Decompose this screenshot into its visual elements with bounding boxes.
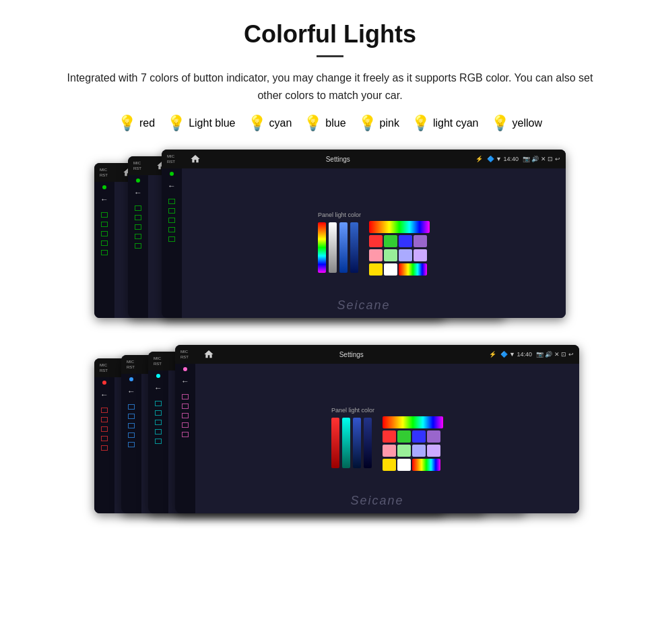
color-item-red: 💡 red: [118, 116, 155, 131]
panel-light-right: [369, 212, 430, 276]
bottom-units-section: MIC RST Settin... ←: [27, 345, 633, 527]
panel-light-title: Panel light color: [318, 212, 361, 218]
cell-white-b: [397, 459, 411, 471]
unit-header-3: MIC RST Settings ⚡ 🔷 ▼ 14:40 📷 🔊 ✕ ⊡ ↩: [162, 150, 566, 168]
color-grid-container: [369, 221, 430, 276]
cell-lavender: [414, 249, 427, 261]
time-display-3: 🔷 ▼ 14:40: [487, 156, 519, 162]
cell-light-green-b: [397, 445, 411, 457]
sidebar-icon-b3-3: [155, 420, 162, 425]
unit-sidebar-b4: ←: [175, 364, 195, 513]
cell-rainbow: [399, 263, 427, 276]
sidebar-icon-b1-2: [101, 417, 108, 422]
sidebar-icon-b1-3: [101, 426, 108, 432]
color-item-blue: 💡 blue: [304, 116, 345, 131]
color-options-row: 💡 red 💡 Light blue 💡 cyan 💡 blue 💡 pink …: [27, 116, 633, 131]
cell-green-b: [397, 430, 411, 443]
cell-rainbow-b: [412, 459, 440, 471]
sidebar-icon-3: [101, 231, 108, 236]
red-bulb-icon: 💡: [118, 116, 136, 131]
color-label-light-blue: Light blue: [189, 117, 235, 129]
dark-purple-bar-bottom: [353, 418, 361, 468]
sidebar-icon-3-4: [168, 227, 175, 232]
unit-sidebar-3: ←: [162, 168, 182, 318]
sidebar-icon-b1-4: [101, 436, 108, 441]
cell-yellow: [369, 263, 383, 276]
pink-bulb-icon: 💡: [358, 116, 376, 131]
back-arrow-b2: ←: [127, 387, 135, 396]
home-icon-b4: [203, 349, 214, 360]
panel-light-right-bottom: [383, 407, 443, 471]
page-title: Colorful Lights: [27, 20, 633, 49]
page-description: Integrated with 7 colors of button indic…: [54, 69, 606, 104]
unit-sidebar-1: ←: [94, 182, 114, 318]
sidebar-icon-b2-1: [128, 404, 135, 410]
unit-header-left-b2: MIC RST: [127, 360, 145, 369]
cell-light-blue-b: [412, 445, 426, 457]
color-label-light-cyan: light cyan: [433, 117, 479, 129]
color-label-blue: blue: [325, 117, 345, 129]
usb-icon-b4: ⚡: [489, 351, 496, 358]
sidebar-icon-b3-4: [155, 429, 162, 434]
cell-yellow-b: [383, 459, 396, 471]
sidebar-power-dot-2: [136, 179, 140, 183]
color-row-1: [369, 235, 430, 247]
unit-header-left-3: MIC RST: [167, 154, 186, 164]
white-bar: [329, 222, 337, 273]
unit-header-left-b4: MIC RST: [180, 350, 199, 359]
color-row-b-3: [383, 459, 443, 471]
sidebar-icon-b2-5: [128, 442, 135, 447]
cell-blue: [399, 235, 412, 247]
unit-main-3: Panel light color: [182, 168, 566, 318]
unit-header-b4: MIC RST Settings ⚡ 🔷 ▼ 14:40 📷 🔊 ✕ ⊡ ↩: [175, 345, 579, 364]
cyan-bulb-icon: 💡: [248, 116, 266, 131]
panel-light-left: Panel light color: [318, 212, 361, 273]
panel-light-title-bottom: Panel light color: [331, 407, 374, 414]
sidebar-icon-2-1: [135, 205, 141, 211]
bottom-unit-stack: MIC RST Settin... ←: [94, 345, 566, 527]
sidebar-icon-5: [101, 250, 108, 255]
color-label-pink: pink: [380, 117, 399, 129]
cell-lavender-b: [427, 445, 440, 457]
color-label-red: red: [139, 117, 155, 129]
top-units-section: MIC RST Settings ←: [27, 150, 633, 331]
watermark-top: Seicane: [337, 298, 390, 313]
light-cyan-bulb-icon: 💡: [411, 116, 430, 131]
color-row-2: [369, 249, 430, 261]
cell-light-blue: [399, 249, 412, 261]
panel-light-widget-bottom: Panel light color: [325, 400, 450, 478]
sidebar-icon-3-3: [168, 218, 175, 223]
sidebar-icon-b3-2: [155, 410, 162, 416]
sidebar-power-dot-b1: [102, 381, 106, 385]
sidebar-icon-b4-2: [182, 404, 189, 409]
panel-light-left-bottom: Panel light color: [331, 407, 374, 468]
unit-body-3: ← Panel light color: [162, 168, 566, 318]
color-grid-container-bottom: [383, 416, 443, 471]
gradient-top-row: [369, 221, 430, 233]
sidebar-icon-b4-3: [182, 413, 189, 418]
cell-white: [384, 263, 397, 276]
sidebar-icon-4: [101, 240, 108, 246]
cell-pink: [369, 249, 383, 261]
color-bars-container-bottom: [331, 418, 374, 468]
sidebar-icon-b4-5: [182, 432, 189, 437]
back-arrow-b4: ←: [181, 377, 189, 386]
usb-icon-3: ⚡: [475, 156, 483, 162]
cell-red-b: [383, 430, 396, 443]
sidebar-icon-2-3: [135, 224, 141, 230]
color-item-pink: 💡 pink: [358, 116, 399, 131]
light-blue-bulb-icon: 💡: [167, 116, 185, 131]
unit-header-left-2: MIC RST: [133, 161, 152, 170]
back-arrow-b3: ←: [154, 383, 162, 393]
panel-light-widget: Panel light color: [311, 205, 436, 282]
blue-bulb-icon: 💡: [304, 116, 322, 131]
color-row-b-1: [383, 430, 443, 443]
back-arrow-3: ←: [168, 181, 176, 191]
sidebar-icon-2-5: [135, 243, 141, 249]
unit-sidebar-2: ←: [128, 175, 148, 318]
unit-sidebar-b1: ←: [94, 377, 114, 513]
sidebar-power-dot-3: [170, 172, 174, 176]
unit-header-left-b3: MIC RST: [154, 356, 172, 366]
time-display-b4: 🔷 ▼ 14:40: [500, 351, 532, 358]
sidebar-icon-house-1: [101, 212, 108, 218]
